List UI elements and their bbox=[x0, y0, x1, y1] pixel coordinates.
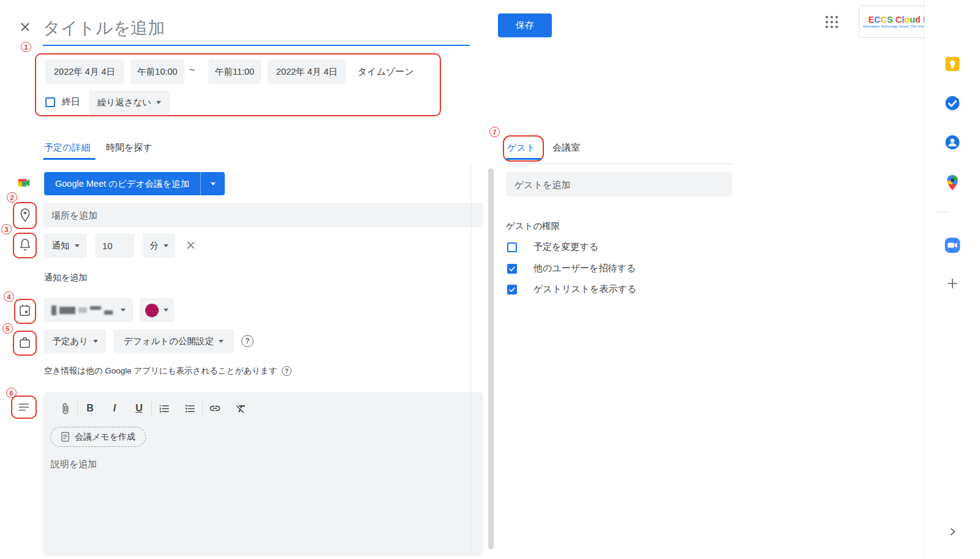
bold-icon[interactable]: B bbox=[81, 400, 99, 417]
annotation-number-7: 7 bbox=[489, 127, 500, 137]
event-color-dropdown[interactable] bbox=[140, 298, 174, 322]
permission-row: 予定を変更する bbox=[507, 241, 598, 253]
add-notification-button[interactable]: 通知を追加 bbox=[44, 272, 87, 283]
see-guest-list-checkbox[interactable] bbox=[507, 285, 517, 295]
notification-type-dropdown[interactable]: 通知 bbox=[44, 233, 87, 258]
get-addons-icon[interactable] bbox=[946, 277, 959, 293]
location-input[interactable] bbox=[43, 203, 483, 227]
chevron-down-icon bbox=[121, 309, 126, 312]
redacted-calendar-name bbox=[51, 306, 113, 315]
timezone-button[interactable]: タイムゾーン bbox=[358, 66, 414, 78]
notification-value-input[interactable] bbox=[95, 233, 134, 258]
annotation-number-1: 1 bbox=[21, 42, 31, 52]
calendar-icon bbox=[18, 303, 31, 320]
chevron-down-icon bbox=[211, 182, 216, 186]
add-meet-button[interactable]: Google Meet のビデオ会議を追加 bbox=[44, 172, 225, 195]
description-subject-icon bbox=[18, 402, 30, 415]
chevron-down-icon bbox=[75, 244, 80, 247]
maps-icon[interactable] bbox=[946, 174, 959, 193]
guest-permissions-title: ゲストの権限 bbox=[506, 220, 560, 232]
tab-find-time[interactable]: 時間を探す bbox=[106, 142, 153, 154]
tasks-icon[interactable] bbox=[945, 96, 960, 113]
location-pin-icon bbox=[19, 208, 31, 226]
attach-file-icon[interactable] bbox=[56, 400, 74, 417]
tab-guests[interactable]: ゲスト bbox=[507, 142, 535, 154]
tab-underline bbox=[43, 158, 96, 160]
notification-unit-dropdown[interactable]: 分 bbox=[143, 233, 175, 258]
start-time-button[interactable]: 午前10:00 bbox=[130, 59, 184, 84]
zoom-icon[interactable] bbox=[944, 237, 961, 256]
bulleted-list-icon[interactable] bbox=[181, 400, 198, 417]
modify-event-checkbox[interactable] bbox=[507, 242, 517, 252]
chevron-down-icon bbox=[219, 340, 224, 343]
all-day-checkbox[interactable] bbox=[45, 97, 55, 107]
visibility-help-icon[interactable]: ? bbox=[241, 335, 254, 347]
sidebar-divider bbox=[935, 212, 948, 212]
description-toolbar: B I U bbox=[56, 399, 483, 418]
save-button[interactable]: 保存 bbox=[498, 13, 552, 37]
briefcase-icon bbox=[18, 336, 31, 352]
event-color-swatch bbox=[145, 304, 159, 317]
add-guests-input[interactable] bbox=[506, 172, 732, 197]
panel-divider bbox=[471, 164, 472, 556]
availability-note: 空き情報は他の Google アプリにも表示されることがあります bbox=[44, 366, 277, 377]
italic-icon[interactable]: I bbox=[106, 400, 123, 417]
event-editor-page: 保存 ECCS Cloud Mail Information Technolog… bbox=[0, 0, 980, 559]
end-time-button[interactable]: 午前11:00 bbox=[208, 59, 261, 84]
underline-icon[interactable]: U bbox=[130, 400, 148, 417]
chevron-down-icon bbox=[156, 101, 161, 104]
start-date-button[interactable]: 2022年 4月 4日 bbox=[45, 59, 124, 84]
calendar-select-dropdown[interactable] bbox=[44, 298, 133, 322]
tabs-divider bbox=[506, 163, 732, 164]
annotation-number-6: 6 bbox=[6, 388, 17, 398]
scrollbar[interactable] bbox=[488, 168, 494, 549]
google-apps-grid-icon[interactable] bbox=[825, 15, 839, 29]
close-icon bbox=[18, 20, 32, 34]
contacts-icon[interactable] bbox=[945, 135, 960, 152]
tab-rooms[interactable]: 会議室 bbox=[552, 142, 580, 154]
end-date-button[interactable]: 2022年 4月 4日 bbox=[268, 59, 346, 84]
close-button[interactable] bbox=[18, 20, 32, 34]
insert-link-icon[interactable] bbox=[206, 400, 224, 417]
close-icon bbox=[186, 240, 196, 250]
keep-icon[interactable] bbox=[945, 56, 960, 74]
chevron-down-icon bbox=[164, 244, 168, 247]
apps-sidebar bbox=[924, 0, 980, 559]
notification-bell-icon bbox=[19, 238, 31, 255]
visibility-dropdown[interactable]: デフォルトの公開設定 bbox=[113, 329, 234, 353]
busy-status-dropdown[interactable]: 予定あり bbox=[44, 329, 106, 353]
create-meeting-notes-button[interactable]: 会議メモを作成 bbox=[50, 427, 146, 447]
remove-notification-button[interactable] bbox=[186, 240, 196, 253]
description-placeholder[interactable]: 説明を追加 bbox=[51, 459, 483, 470]
event-title-input[interactable] bbox=[43, 11, 470, 45]
availability-help-icon[interactable]: ? bbox=[282, 366, 292, 376]
permission-row: ゲストリストを表示する bbox=[507, 283, 636, 295]
meet-options-dropdown[interactable] bbox=[200, 172, 225, 195]
annotation-number-3: 3 bbox=[1, 224, 12, 234]
guests-tab-underline bbox=[506, 158, 541, 160]
annotation-number-5: 5 bbox=[2, 323, 13, 334]
google-meet-icon bbox=[17, 176, 32, 192]
annotation-number-4: 4 bbox=[4, 291, 14, 302]
time-range-separator: ~ bbox=[189, 65, 195, 76]
numbered-list-icon[interactable] bbox=[156, 400, 173, 417]
all-day-label: 終日 bbox=[62, 96, 80, 108]
document-icon bbox=[61, 432, 70, 442]
invite-others-checkbox[interactable] bbox=[507, 264, 517, 274]
remove-formatting-icon[interactable] bbox=[232, 400, 249, 417]
tab-event-details[interactable]: 予定の詳細 bbox=[44, 142, 90, 154]
permission-row: 他のユーザーを招待する bbox=[507, 263, 636, 274]
description-area[interactable]: B I U 会議メモを作成 説 bbox=[43, 392, 483, 556]
chevron-down-icon bbox=[164, 309, 168, 312]
chevron-down-icon bbox=[93, 340, 98, 343]
recurrence-dropdown[interactable]: 繰り返さない bbox=[89, 91, 170, 114]
annotation-number-2: 2 bbox=[7, 192, 17, 203]
expand-sidebar-icon[interactable] bbox=[948, 527, 958, 539]
